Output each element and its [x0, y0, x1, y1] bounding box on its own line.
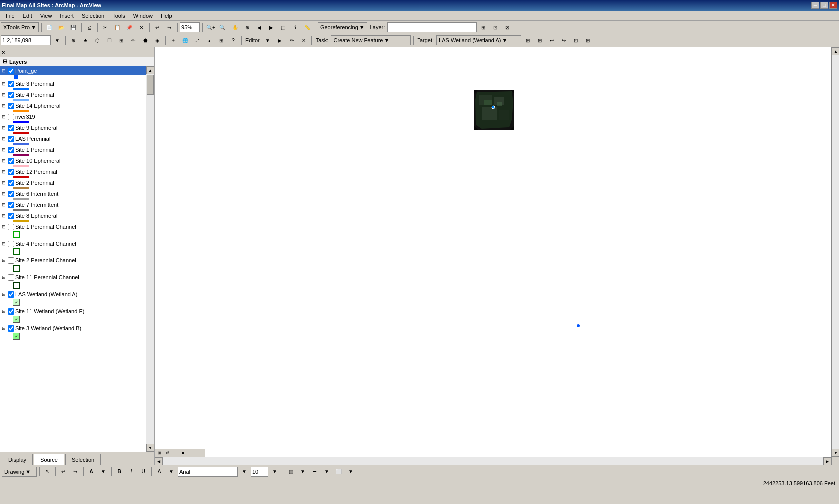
- layer-checkbox-site11-wet[interactable]: [8, 308, 14, 315]
- zoom-input[interactable]: [180, 22, 200, 32]
- minimize-button[interactable]: ─: [811, 2, 819, 9]
- font-name-input[interactable]: [178, 467, 238, 477]
- expand-icon[interactable]: ⊟: [1, 326, 7, 331]
- draw-line-btn[interactable]: ━: [309, 466, 320, 477]
- layer-checkbox-point-ge[interactable]: [8, 68, 14, 74]
- toc-scrollbar[interactable]: ▲ ▼: [146, 66, 154, 452]
- spatial-btn[interactable]: ⬡: [92, 35, 103, 46]
- menu-tools[interactable]: Tools: [108, 12, 129, 20]
- layer-checkbox-site2-per[interactable]: [8, 180, 14, 186]
- draw-italic-btn[interactable]: I: [126, 466, 137, 477]
- save-button[interactable]: 💾: [68, 22, 79, 33]
- magnify-btn[interactable]: ⊞: [216, 35, 227, 46]
- layer-row-site1-per[interactable]: ⊟ Site 1 Perennial: [0, 145, 146, 154]
- expand-icon[interactable]: ⊟: [1, 136, 7, 141]
- measure-btn[interactable]: 📏: [302, 22, 313, 33]
- expand-icon[interactable]: ⊟: [1, 258, 7, 263]
- layer-checkbox-las-wet[interactable]: [8, 291, 14, 298]
- draw-text-btn[interactable]: A: [86, 466, 97, 477]
- draw-bold-btn[interactable]: B: [114, 466, 125, 477]
- layer-row-site9[interactable]: ⊟ Site 9 Ephemeral: [0, 123, 146, 132]
- layer-row-river319[interactable]: ⊟ river319: [0, 112, 146, 121]
- toc-scroll-up[interactable]: ▲: [146, 66, 154, 74]
- next-extent-btn[interactable]: ▶: [266, 22, 277, 33]
- help-btn[interactable]: ?: [228, 35, 239, 46]
- layer-row-site11-wet[interactable]: ⊟ Site 11 Wetland (Wetland E): [0, 307, 146, 316]
- menu-selection[interactable]: Selection: [78, 12, 108, 20]
- map-scroll-right[interactable]: ▶: [823, 457, 831, 465]
- draw-fill-arrow[interactable]: ▼: [297, 466, 308, 477]
- layer-input[interactable]: [387, 22, 477, 32]
- layer-checkbox-site7[interactable]: [8, 202, 14, 208]
- layer-checkbox-site4[interactable]: [8, 92, 14, 98]
- draw-shadow-btn[interactable]: ⬜: [333, 466, 344, 477]
- full-extent-btn[interactable]: ⊕: [242, 22, 253, 33]
- data-view-btn[interactable]: ⊞: [582, 35, 593, 46]
- edit-undo-btn[interactable]: ↩: [546, 35, 557, 46]
- tab-source[interactable]: Source: [34, 454, 64, 465]
- edit-pencil-btn[interactable]: ✏: [286, 35, 297, 46]
- close-button[interactable]: ✕: [829, 2, 837, 9]
- edit-vertx-btn[interactable]: ⬟: [140, 35, 151, 46]
- cut-button[interactable]: ✂: [100, 22, 111, 33]
- menu-insert[interactable]: Insert: [56, 12, 78, 20]
- layer-row-site3[interactable]: ⊟ Site 3 Perennial: [0, 79, 146, 88]
- map-scroll-down[interactable]: ▼: [832, 449, 839, 457]
- layer-row-site12[interactable]: ⊟ Site 12 Perennial: [0, 167, 146, 176]
- map-canvas[interactable]: [155, 47, 839, 465]
- draw-fill-btn[interactable]: ▧: [285, 466, 296, 477]
- tab-display[interactable]: Display: [2, 454, 33, 465]
- bookmark-btn[interactable]: ★: [80, 35, 91, 46]
- expand-icon[interactable]: ⊟: [1, 180, 7, 185]
- sketch-prop-btn[interactable]: ⊞: [534, 35, 545, 46]
- layer-checkbox-site1-pch[interactable]: [8, 224, 14, 230]
- toc-scroll-thumb[interactable]: [147, 75, 154, 95]
- expand-icon[interactable]: ⊟: [1, 158, 7, 163]
- menu-help[interactable]: Help: [157, 12, 176, 20]
- map-ctrl-btn1[interactable]: ⊞: [156, 450, 163, 457]
- draw-font-color-arrow[interactable]: ▼: [166, 466, 177, 477]
- expand-icon[interactable]: ⊟: [1, 81, 7, 86]
- menu-edit[interactable]: Edit: [19, 12, 36, 20]
- target-dropdown[interactable]: LAS Wetland (Wetland A) ▼: [436, 35, 521, 45]
- expand-icon[interactable]: ⊟: [1, 125, 7, 130]
- prev-extent-btn[interactable]: ◀: [254, 22, 265, 33]
- layer-checkbox-site9[interactable]: [8, 125, 14, 131]
- route-btn[interactable]: ⇌: [192, 35, 203, 46]
- expand-icon[interactable]: ⊟: [1, 169, 7, 174]
- reshape-btn[interactable]: ◈: [152, 35, 163, 46]
- expand-icon[interactable]: ⊟: [1, 292, 7, 297]
- expand-icon[interactable]: ⊟: [1, 191, 7, 196]
- expand-icon[interactable]: ⊟: [1, 202, 7, 207]
- menu-view[interactable]: View: [36, 12, 56, 20]
- draw-font-color-btn[interactable]: A: [154, 466, 165, 477]
- layer-checkbox-site8[interactable]: [8, 213, 14, 219]
- expand-icon[interactable]: ⊟: [1, 103, 7, 108]
- georef-btn1[interactable]: ⊞: [478, 22, 489, 33]
- editor-dropdown-btn[interactable]: ▼: [262, 35, 273, 46]
- layer-row-site6[interactable]: ⊟ Site 6 Intermittent: [0, 189, 146, 198]
- layer-checkbox-site6[interactable]: [8, 191, 14, 197]
- edit-x-btn[interactable]: ✕: [298, 35, 309, 46]
- layer-checkbox-site3[interactable]: [8, 81, 14, 87]
- expand-icon[interactable]: ⊟: [1, 213, 7, 218]
- map-ctrl-btn2[interactable]: ↺: [164, 450, 171, 457]
- map-scroll-up[interactable]: ▲: [832, 47, 839, 55]
- delete-button[interactable]: ✕: [136, 22, 147, 33]
- scale-input[interactable]: [1, 35, 51, 45]
- layer-row-site3-wet[interactable]: ⊟ Site 3 Wetland (Wetland B): [0, 324, 146, 333]
- zoom-out-btn[interactable]: 🔍-: [218, 22, 229, 33]
- copy-button[interactable]: 📋: [112, 22, 123, 33]
- layer-checkbox-site14[interactable]: [8, 103, 14, 109]
- add-data-btn[interactable]: ＋: [168, 35, 179, 46]
- expand-icon[interactable]: ⊟: [1, 68, 7, 73]
- clear-sel-btn[interactable]: ☐: [104, 35, 115, 46]
- layer-row-site2-pch[interactable]: ⊟ Site 2 Perennial Channel: [0, 256, 146, 265]
- map-vscrollbar[interactable]: ▲ ▼: [831, 47, 839, 457]
- layer-checkbox-river319[interactable]: [8, 114, 14, 120]
- map-ctrl-btn3[interactable]: ⏸: [172, 450, 179, 457]
- map-ctrl-btn4[interactable]: ⏹: [180, 450, 187, 457]
- layer-checkbox-site4-pch[interactable]: [8, 241, 14, 247]
- georef-btn3[interactable]: ⊠: [502, 22, 513, 33]
- font-size-arrow[interactable]: ▼: [269, 466, 280, 477]
